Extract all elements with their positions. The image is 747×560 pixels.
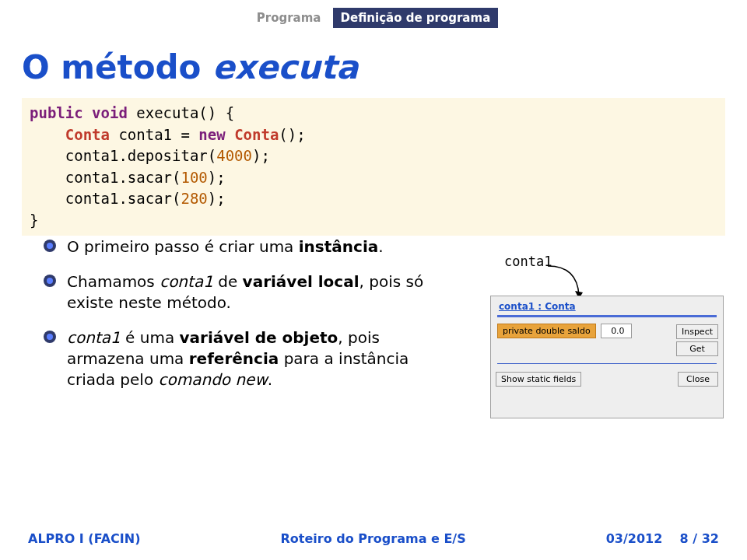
code-type-conta2: Conta <box>234 126 279 143</box>
footer-center: Roteiro do Programa e E/S <box>141 531 606 546</box>
diagram-area: conta1 conta1 : Conta private double sal… <box>459 254 725 425</box>
inspector-divider <box>497 363 717 364</box>
inspector-rule <box>497 315 717 317</box>
inspect-button[interactable]: Inspect <box>676 324 718 339</box>
title-prefix: O método <box>22 48 212 86</box>
code-type-conta: Conta <box>65 126 110 143</box>
inspector-window: conta1 : Conta private double saldo 0.0 … <box>490 296 724 418</box>
code-kw-public: public <box>30 104 83 121</box>
bullet-3: conta1 é uma variável de objeto, pois ar… <box>44 327 440 390</box>
bullet-list: O primeiro passo é criar uma instância. … <box>44 236 440 404</box>
code-block: public void executa() { Conta conta1 = n… <box>22 98 725 236</box>
field-name-badge: private double saldo <box>497 324 596 338</box>
code-num-4000: 4000 <box>216 147 252 164</box>
footer-page: 8 / 32 <box>680 531 719 546</box>
tab-definicao[interactable]: Definição de programa <box>333 8 499 28</box>
footer-right: 03/2012 8 / 32 <box>606 531 719 546</box>
close-button[interactable]: Close <box>678 372 718 387</box>
code-kw-void: void <box>92 104 128 121</box>
code-kw-new: new <box>198 126 225 143</box>
code-num-280: 280 <box>181 190 207 207</box>
title-emphasis: executa <box>212 48 358 86</box>
tab-programa[interactable]: Programa <box>249 8 329 28</box>
footer-left: ALPRO I (FACIN) <box>28 531 141 546</box>
inspector-title: conta1 : Conta <box>491 296 723 313</box>
bullet-1: O primeiro passo é criar uma instância. <box>44 236 440 257</box>
code-num-100: 100 <box>181 169 207 186</box>
page-title: O método executa <box>22 48 358 86</box>
get-button[interactable]: Get <box>676 341 718 356</box>
show-static-button[interactable]: Show static fields <box>496 372 581 387</box>
footer-date: 03/2012 <box>606 531 663 546</box>
field-value: 0.0 <box>601 324 632 338</box>
diagram-label: conta1 <box>504 254 552 269</box>
footer: ALPRO I (FACIN) Roteiro do Programa e E/… <box>0 531 747 546</box>
bullet-2: Chamamos conta1 de variável local, pois … <box>44 271 440 313</box>
